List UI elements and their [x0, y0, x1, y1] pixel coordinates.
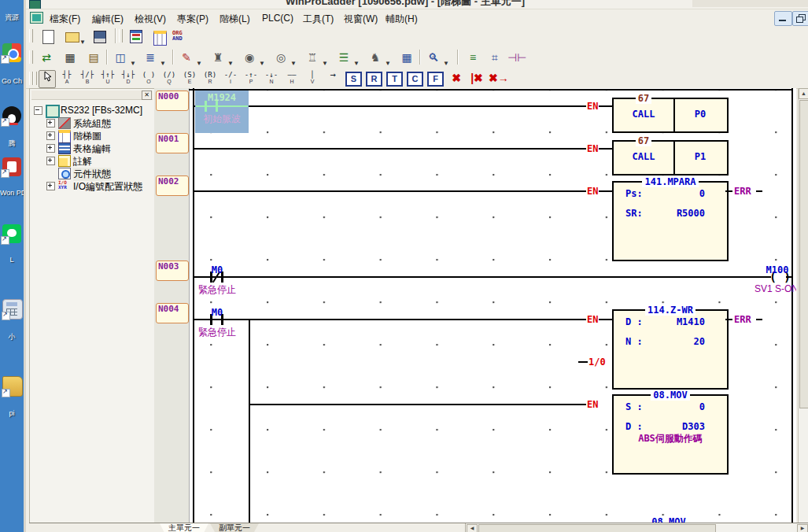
tool-coil-button[interactable]: ( )O — [139, 70, 158, 87]
menu-tools[interactable]: 工具(T) — [300, 12, 337, 27]
force-on-button[interactable]: ◎▼ — [271, 49, 290, 66]
title-buttons-area[interactable] — [692, 0, 808, 7]
status-page-button[interactable]: ☰▼ — [334, 49, 353, 66]
tab-sub-unit[interactable]: 副單元一 — [210, 523, 259, 532]
title-bar[interactable]: WinProLadder [1090656.pdw] - [階梯圖 - 主單元一… — [26, 0, 808, 9]
force-off-button[interactable]: ◉▼ — [240, 49, 259, 66]
scroll-left-button[interactable]: ◀ — [467, 524, 478, 532]
toolbar-grip[interactable] — [119, 29, 123, 42]
save-button[interactable] — [90, 28, 109, 45]
calculator-icon[interactable] — [2, 299, 23, 320]
expand-icon[interactable] — [46, 131, 55, 140]
run-status-button[interactable]: ≡ — [463, 49, 482, 66]
tool-no-contact-button[interactable]: ┤├A — [57, 70, 76, 87]
tool-set-coil-button[interactable]: (S)E — [180, 70, 199, 87]
scroll-up-button[interactable]: ▲ — [799, 88, 808, 99]
menu-file[interactable]: 檔案(F) — [46, 12, 83, 27]
menu-plc[interactable]: PLC(C) — [259, 12, 297, 24]
call-p0-block[interactable]: 67 CALL P0 — [612, 98, 729, 133]
tool-ret-button[interactable]: R — [366, 72, 382, 87]
menu-ladder[interactable]: 階梯(L) — [216, 12, 253, 27]
line-label[interactable]: L — [0, 256, 24, 264]
ladder-status-button[interactable]: ⌗ — [485, 49, 504, 66]
menu-help[interactable]: 輔助(H) — [382, 12, 421, 27]
rung-label[interactable]: N000 — [156, 91, 189, 111]
rung-label[interactable]: N002 — [156, 175, 189, 196]
tool-invert-button[interactable]: -/-I — [221, 70, 240, 87]
tool-timer-button[interactable]: T — [386, 72, 403, 87]
expand-icon[interactable] — [46, 119, 55, 127]
selection-highlight[interactable]: M1924 初始脈波 — [195, 91, 249, 133]
mov-block[interactable]: 08.MOV S : 0 D : D303 ABS伺服動作碼 — [612, 394, 729, 475]
ladder-view-button[interactable]: ≣▼ — [141, 49, 160, 66]
toolbar-grip[interactable] — [29, 50, 33, 64]
folder-label[interactable]: pi — [0, 409, 24, 417]
line-icon[interactable] — [2, 224, 21, 243]
contact-device[interactable]: M0 — [200, 264, 234, 275]
tool-function-button[interactable]: F — [427, 72, 444, 87]
table-edit-button[interactable]: ▦ — [397, 49, 416, 66]
panel-close-button[interactable]: ✕ — [142, 91, 152, 100]
new-file-button[interactable] — [39, 28, 57, 45]
rung-label[interactable]: N003 — [156, 260, 189, 281]
mpara-block[interactable]: 141.MPARA Ps: 0 SR: R5000 — [612, 181, 729, 261]
edit-element-button[interactable]: ✎▼ — [177, 49, 196, 66]
horizontal-scrollbar[interactable]: ◀ ▶ — [465, 523, 808, 532]
call-p1-block[interactable]: 67 CALL P1 — [612, 140, 729, 175]
menu-edit[interactable]: 編輯(E) — [89, 12, 127, 27]
tool-rising-contact-button[interactable]: ┤↑├U — [98, 70, 117, 87]
qq-icon[interactable] — [2, 106, 21, 125]
tab-main-unit[interactable]: 主單元一 — [160, 523, 208, 532]
element-monitor2-button[interactable]: ♞▼ — [366, 49, 385, 66]
online-connect-button[interactable]: ⇄ — [37, 49, 56, 66]
tool-rising-pulse-button[interactable]: -↑-P — [242, 70, 260, 87]
coil-device[interactable]: M100 — [758, 264, 796, 275]
expand-icon[interactable] — [46, 144, 55, 153]
contact-device[interactable]: M0 — [200, 307, 234, 318]
ladder-editor[interactable]: N000 N001 N002 N003 N004 M1924 初始脈波 EN 6… — [154, 88, 796, 523]
expand-icon[interactable] — [46, 182, 55, 190]
select-pointer-button[interactable] — [39, 70, 56, 88]
scrollbar-thumb[interactable] — [478, 524, 716, 532]
menu-project[interactable]: 專案(P) — [174, 12, 212, 27]
tool-reset-coil-button[interactable]: (R)R — [201, 70, 220, 87]
scrollbar-thumb[interactable] — [799, 100, 808, 408]
restore-button[interactable] — [792, 11, 808, 26]
param-value[interactable]: 20 — [644, 336, 713, 347]
wondershare-pdf-icon[interactable] — [2, 157, 21, 176]
read-program-button[interactable]: ▤ — [84, 49, 103, 66]
zwr-block[interactable]: 114.Z-WR D : M1410 N : 20 — [612, 309, 729, 390]
menu-view[interactable]: 檢視(V) — [131, 12, 169, 27]
tool-vline-button[interactable]: │V — [303, 70, 322, 87]
expand-icon[interactable] — [46, 157, 55, 165]
project-view-button[interactable]: ◫▼ — [111, 49, 130, 66]
tool-falling-contact-button[interactable]: ┤↓├D — [119, 70, 138, 87]
param-value[interactable]: R5000 — [644, 208, 713, 219]
ladder-window-button[interactable] — [150, 28, 169, 45]
rung-label[interactable]: N004 — [156, 303, 189, 323]
collapse-icon[interactable] — [34, 106, 42, 115]
chrome-label[interactable]: Go Ch — [0, 77, 24, 85]
param-value[interactable]: D303 — [644, 421, 713, 432]
element-test-button[interactable]: ♖▼ — [303, 49, 322, 66]
mdi-child-icon[interactable] — [30, 12, 43, 24]
toolbar-grip[interactable] — [33, 72, 37, 85]
minimize-button[interactable] — [774, 11, 792, 26]
project-window-button[interactable] — [127, 28, 146, 45]
open-file-button[interactable]: ▼ — [59, 28, 86, 45]
param-value[interactable]: M1410 — [644, 316, 713, 327]
tool-counter-button[interactable]: C — [407, 72, 423, 87]
tool-arrow-button[interactable]: → — [323, 70, 342, 87]
calculator-label[interactable]: 小 — [0, 332, 24, 342]
param-value[interactable]: 0 — [644, 188, 713, 199]
delete-row-button[interactable]: ✖→ — [489, 71, 506, 85]
org-and-button[interactable]: ORGAND — [172, 28, 191, 48]
zoom-button[interactable]: 🔍︎▼ — [424, 49, 443, 66]
folder-icon[interactable] — [2, 376, 23, 397]
ic-memory-button[interactable]: ▦ — [61, 49, 79, 66]
tool-falling-pulse-button[interactable]: -↓-N — [262, 70, 281, 87]
tool-nc-contact-button[interactable]: ┤/├B — [78, 70, 97, 87]
chrome-icon[interactable] — [2, 43, 21, 62]
panel-grip[interactable]: ✕ — [31, 91, 153, 100]
contact-status-button[interactable]: ⊣⊢ — [507, 49, 526, 66]
